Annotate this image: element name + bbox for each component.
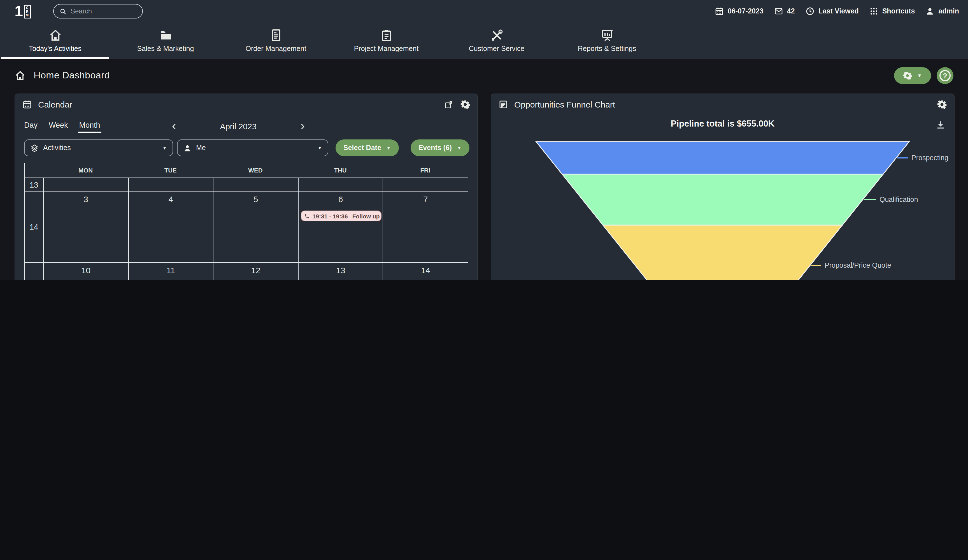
week-number[interactable]: 14 [25,192,43,262]
calendar-day-cell[interactable]: 5 [213,192,298,262]
calendar-month-nav: April 2023 [170,122,307,131]
day-header: THU [298,163,383,177]
caret-down-icon: ▼ [162,145,167,151]
main-nav: Today's ActivitiesSales & MarketingOrder… [0,22,968,59]
app-logo[interactable]: 1 CRM [15,3,30,19]
calendar-date: 4 [129,194,213,204]
nav-item-customer-service[interactable]: Customer Service [441,22,552,59]
week-number[interactable]: 15 [25,263,43,280]
calendar-date: 6 [298,194,383,204]
topbar-date[interactable]: 06-07-2023 [715,7,764,16]
nav-item-sales-marketing[interactable]: Sales & Marketing [110,22,221,59]
topbar-user-menu[interactable]: admin [925,7,959,16]
day-header: FRI [383,163,468,177]
top-bar: 1 CRM 06-07-2023 42 Last Viewed Shortcut… [0,0,968,22]
calendar-day-cell[interactable] [383,178,468,191]
nav-item-label: Order Management [245,45,307,53]
mail-icon [774,7,783,16]
report-card-icon [499,100,508,109]
day-header: TUE [128,163,213,177]
calendar-week-row: 13 [25,177,468,191]
global-search[interactable] [53,4,143,18]
calendar-icon [715,7,724,16]
open-in-new-icon[interactable] [444,100,453,109]
calendar-day-cell[interactable]: 14 [383,263,468,280]
funnel-chart[interactable]: ProspectingQualificationProposal/Price Q… [491,141,955,280]
calendar-mode-tabs: DayWeekMonthApril 2023 [24,121,469,132]
nav-item-today-s-activities[interactable]: Today's Activities [0,22,110,59]
help-button[interactable]: ? [937,67,953,84]
gear-icon[interactable] [461,100,470,109]
select-date-button[interactable]: Select Date ▼ [336,139,399,156]
calendar-day-cell[interactable]: 7 [383,192,468,262]
calendar-date: 7 [383,194,468,204]
topbar-last-viewed[interactable]: Last Viewed [806,7,859,16]
clock-icon [806,7,814,16]
clipboard-icon [380,28,393,42]
calendar-day-cell[interactable] [43,178,128,191]
tab-day[interactable]: Day [24,121,38,132]
gear-icon[interactable] [937,100,947,109]
calendar-date: 3 [44,194,128,204]
topbar-mail[interactable]: 42 [774,7,795,16]
calendar-date: 14 [383,265,468,275]
calendar-grid: MONTUEWEDTHUFRI1314345619:31 - 19:36Foll… [24,163,468,280]
chevron-down-icon: ▼ [917,73,922,78]
funnel-stage-proposal-price-quote[interactable] [603,225,842,280]
calendar-date: 12 [214,265,298,275]
app-window: 1 CRM 06-07-2023 42 Last Viewed Shortcut… [0,0,968,280]
dashboard-settings-button[interactable]: ▼ [894,67,931,84]
funnel-panel: Opportunities Funnel Chart Pipeline tota… [491,93,955,280]
page-header: Home Dashboard ▼ ? [15,65,953,87]
download-icon[interactable] [935,120,946,130]
nav-item-order-management[interactable]: Order Management [221,22,331,59]
calendar-day-cell[interactable] [213,178,298,191]
funnel-stage-label: Proposal/Price Quote [825,261,891,269]
chevron-right-icon[interactable] [298,123,307,131]
calendar-date: 11 [129,265,213,275]
question-icon: ? [940,70,951,81]
calendar-day-cell[interactable]: 619:31 - 19:36Follow up [298,192,383,262]
calendar-day-cell[interactable]: 3 [43,192,128,262]
funnel-stage-qualification[interactable] [562,174,883,225]
calendar-date: 5 [214,194,298,204]
tab-month[interactable]: Month [79,121,100,132]
presentation-icon [600,28,614,42]
calendar-day-cell[interactable]: 11 [128,263,213,280]
logo-one: 1 [15,3,23,19]
calendar-icon [22,100,32,109]
funnel-stage-label: Qualification [880,196,918,203]
invoice-icon [269,28,283,42]
calendar-day-header-row: MONTUEWEDTHUFRI [25,163,468,177]
pipeline-total-label: Pipeline total is $655.00K [491,119,954,129]
chevron-left-icon[interactable] [170,123,178,131]
tab-week[interactable]: Week [49,121,68,132]
calendar-month-label: April 2023 [178,122,298,131]
calendar-event[interactable]: 19:31 - 19:36Follow up [301,210,382,221]
calendar-date: 10 [44,265,128,275]
week-number-header [25,163,43,177]
activities-filter-select[interactable]: Activities ▼ [24,139,173,156]
calendar-day-cell[interactable]: 13 [298,263,383,280]
calendar-day-cell[interactable]: 4 [128,192,213,262]
events-button[interactable]: Events (6) ▼ [411,139,469,156]
search-icon [60,8,67,15]
calendar-week-row: 14345619:31 - 19:36Follow up7 [25,191,468,262]
gear-icon [903,71,912,80]
phone-icon [304,213,310,219]
week-number[interactable]: 13 [25,178,43,191]
search-input[interactable] [71,7,137,15]
calendar-day-cell[interactable] [128,178,213,191]
nav-item-reports-settings[interactable]: Reports & Settings [552,22,662,59]
event-time: 19:31 - 19:36 [313,212,348,219]
nav-item-label: Today's Activities [29,45,81,53]
topbar-shortcuts[interactable]: Shortcuts [869,7,915,16]
calendar-day-cell[interactable]: 10 [43,263,128,280]
nav-item-project-management[interactable]: Project Management [331,22,441,59]
day-header: WED [213,163,298,177]
calendar-day-cell[interactable]: 12 [213,263,298,280]
funnel-stage-prospecting[interactable] [536,142,909,174]
owner-filter-select[interactable]: Me ▼ [177,139,328,156]
event-title: Follow up [352,212,380,219]
calendar-day-cell[interactable] [298,178,383,191]
